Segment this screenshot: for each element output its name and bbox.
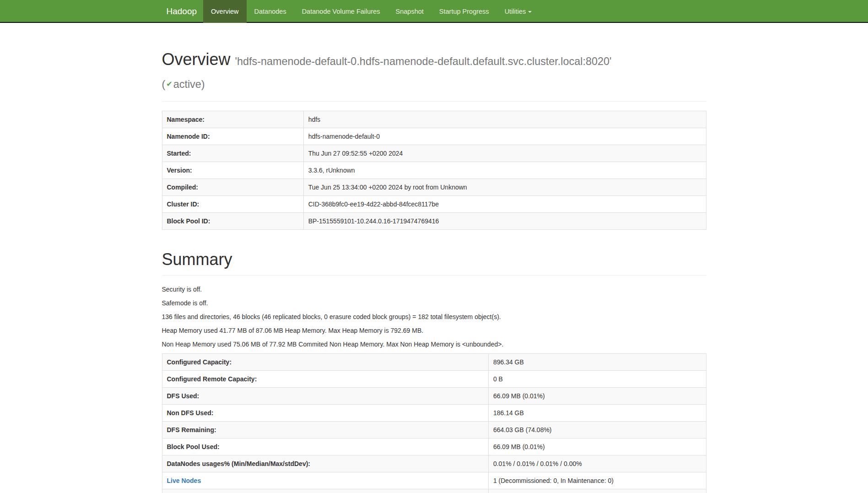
label-cell: DFS Used: [162,388,488,405]
value-cell: CID-368b9fc0-ee19-4d22-abbd-84fcec8117be [303,196,706,213]
table-row: Configured Remote Capacity: 0 B [162,371,706,388]
value-cell: 186.14 GB [488,405,706,422]
namenode-subtitle: 'hdfs-namenode-default-0.hdfs-namenode-d… [162,55,706,97]
table-row: DFS Used: 66.09 MB (0.01%) [162,388,706,405]
label-cell: Namenode ID: [162,128,303,145]
main-content: Overview 'hdfs-namenode-default-0.hdfs-n… [162,48,706,493]
label-cell: Block Pool Used: [162,439,488,455]
label-cell: Dead Nodes [162,489,488,493]
label-cell: Configured Capacity: [162,354,488,371]
value-cell: 896.34 GB [488,354,706,371]
nav-item-startup-progress[interactable]: Startup Progress [431,0,497,23]
table-row: Namenode ID: hdfs-namenode-default-0 [162,128,706,145]
page-title-text: Overview [162,50,231,69]
value-cell: Thu Jun 27 09:52:55 +0200 2024 [303,145,706,162]
live-nodes-link[interactable]: Live Nodes [167,477,201,484]
value-cell: hdfs-namenode-default-0 [303,128,706,145]
table-row: Started: Thu Jun 27 09:52:55 +0200 2024 [162,145,706,162]
label-cell: Namespace: [162,111,303,128]
caret-down-icon [528,11,532,13]
value-cell: hdfs [303,111,706,128]
nav-item-utilities[interactable]: Utilities [497,0,540,23]
overview-page-header: Overview 'hdfs-namenode-default-0.hdfs-n… [162,48,706,102]
summary-paragraph: 136 files and directories, 46 blocks (46… [162,312,706,321]
summary-table: Configured Capacity: 896.34 GB Configure… [162,353,706,493]
nav-item-datanode-volume-failures[interactable]: Datanode Volume Failures [294,0,388,23]
summary-paragraphs: Security is off. Safemode is off. 136 fi… [162,285,706,349]
value-cell: Tue Jun 25 13:34:00 +0200 2024 by root f… [303,179,706,196]
table-row: DataNodes usages% (Min/Median/Max/stdDev… [162,455,706,472]
summary-title: Summary [162,248,706,271]
value-cell: 664.03 GB (74.08%) [488,422,706,439]
label-cell: Version: [162,162,303,179]
label-cell: Compiled: [162,179,303,196]
label-cell: DataNodes usages% (Min/Median/Max/stdDev… [162,455,488,472]
value-cell: 3.3.6, rUnknown [303,162,706,179]
label-cell: Started: [162,145,303,162]
table-row: Non DFS Used: 186.14 GB [162,405,706,422]
label-cell: Live Nodes [162,472,488,489]
label-cell: DFS Remaining: [162,422,488,439]
table-row: Cluster ID: CID-368b9fc0-ee19-4d22-abbd-… [162,196,706,213]
summary-paragraph: Security is off. [162,285,706,294]
check-icon: ✔ [166,80,172,88]
summary-paragraph: Safemode is off. [162,298,706,308]
value-cell: 0 (Decommissioned: 0, In Maintenance: 0) [488,489,706,493]
label-cell: Configured Remote Capacity: [162,371,488,388]
namenode-host: 'hdfs-namenode-default-0.hdfs-namenode-d… [235,55,612,67]
label-cell: Block Pool ID: [162,213,303,230]
nav-item-datanodes[interactable]: Datanodes [247,0,294,23]
table-row: Live Nodes 1 (Decommissioned: 0, In Main… [162,472,706,489]
namenode-info-table: Namespace: hdfs Namenode ID: hdfs-nameno… [162,111,706,230]
summary-paragraph: Heap Memory used 41.77 MB of 87.06 MB He… [162,326,706,335]
brand-hadoop[interactable]: Hadoop [162,0,204,23]
value-cell: 0 B [488,371,706,388]
table-row: Block Pool Used: 66.09 MB (0.01%) [162,439,706,455]
table-row: Configured Capacity: 896.34 GB [162,354,706,371]
value-cell: 66.09 MB (0.01%) [488,439,706,455]
page-title: Overview 'hdfs-namenode-default-0.hdfs-n… [162,48,706,97]
navbar: Hadoop Overview Datanodes Datanode Volum… [0,0,868,23]
value-cell: 0.01% / 0.01% / 0.01% / 0.00% [488,455,706,472]
table-row: Version: 3.3.6, rUnknown [162,162,706,179]
label-cell: Non DFS Used: [162,405,488,422]
label-cell: Cluster ID: [162,196,303,213]
summary-page-header: Summary [162,248,706,276]
namenode-status: (✔active) [162,73,706,97]
status-text: active) [173,78,205,90]
table-row: Namespace: hdfs [162,111,706,128]
table-row: DFS Remaining: 664.03 GB (74.08%) [162,422,706,439]
nav-item-snapshot[interactable]: Snapshot [388,0,431,23]
value-cell: 66.09 MB (0.01%) [488,388,706,405]
table-row: Dead Nodes 0 (Decommissioned: 0, In Main… [162,489,706,493]
value-cell: 1 (Decommissioned: 0, In Maintenance: 0) [488,472,706,489]
summary-paragraph: Non Heap Memory used 75.06 MB of 77.92 M… [162,340,706,349]
table-row: Block Pool ID: BP-1515559101-10.244.0.16… [162,213,706,230]
navbar-menu: Overview Datanodes Datanode Volume Failu… [203,0,539,23]
table-row: Compiled: Tue Jun 25 13:34:00 +0200 2024… [162,179,706,196]
nav-item-overview[interactable]: Overview [203,0,246,23]
value-cell: BP-1515559101-10.244.0.16-1719474769416 [303,213,706,230]
